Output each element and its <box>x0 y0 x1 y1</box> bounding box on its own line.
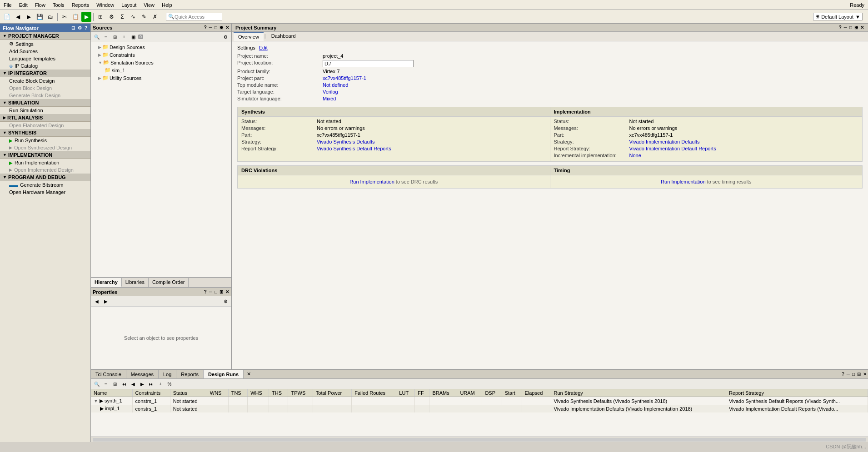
bottom-help-icon[interactable]: ? <box>841 371 845 377</box>
nav-item-open-elaborated[interactable]: Open Elaborated Design <box>0 122 90 129</box>
table-row[interactable]: ▶ impl_1 constrs_1 Not started <box>91 405 868 412</box>
menu-tools[interactable]: Tools <box>49 1 68 9</box>
nav-item-run-simulation[interactable]: Run Simulation <box>0 107 90 114</box>
tree-item-constraints[interactable]: ▶ 📁 Constraints <box>92 51 230 59</box>
col-lut[interactable]: LUT <box>396 389 415 397</box>
flow-nav-help-icon[interactable]: ? <box>84 25 88 31</box>
impl-report-strategy-value[interactable]: Vivado Implementation Default Reports <box>629 146 859 151</box>
dr-last-btn[interactable]: ⏭ <box>147 380 155 388</box>
sources-restore-icon[interactable]: □ <box>214 25 218 30</box>
nav-item-generate-block-design[interactable]: Generate Block Design <box>0 92 90 99</box>
nav-item-settings[interactable]: ⚙ Settings <box>0 40 90 48</box>
row1-expand-icon[interactable]: ▼ <box>94 398 98 403</box>
col-start[interactable]: Start <box>502 389 522 397</box>
sources-close-icon[interactable]: ✕ <box>225 25 229 30</box>
flow-nav-unpin-icon[interactable]: ⊟ <box>71 25 75 31</box>
props-close-icon[interactable]: ✕ <box>225 289 229 295</box>
edit-btn[interactable]: ✎ <box>139 12 149 22</box>
props-minimize-icon[interactable]: ─ <box>209 289 213 295</box>
nav-item-open-hardware[interactable]: Open Hardware Manager <box>0 189 90 196</box>
col-constraints[interactable]: Constraints <box>132 389 170 397</box>
table-row[interactable]: ▼ ▶ synth_1 constrs_1 Not started <box>91 397 868 405</box>
props-forward-btn[interactable]: ▶ <box>102 297 110 305</box>
sources-collapse-all-btn[interactable]: ≡ <box>102 33 110 41</box>
sources-minimize-icon[interactable]: ─ <box>209 25 213 30</box>
ps-run-impl-timing-link[interactable]: Run Implementation <box>661 179 705 184</box>
waveform-btn[interactable]: ∿ <box>128 12 138 22</box>
bottom-maximize-icon[interactable]: ⊞ <box>857 371 861 377</box>
impl-strategy-value[interactable]: Vivado Implementation Defaults <box>629 139 859 144</box>
ps-close-icon[interactable]: ✕ <box>860 25 864 30</box>
bottom-minimize-icon[interactable]: ─ <box>846 371 850 377</box>
ps-target-language-value[interactable]: Verilog <box>323 89 863 94</box>
tab-log[interactable]: Log <box>159 370 176 378</box>
menu-file[interactable]: File <box>0 1 15 9</box>
menu-flow[interactable]: Flow <box>31 1 49 9</box>
sources-expand-all-btn[interactable]: ⊞ <box>111 33 119 41</box>
impl-incremental-value[interactable]: None <box>629 153 859 158</box>
tree-item-design-sources[interactable]: ▶ 📁 Design Sources <box>92 43 230 51</box>
ps-run-impl-drc-link[interactable]: Run Implementation <box>349 179 394 184</box>
props-help-icon[interactable]: ? <box>204 289 207 295</box>
tree-item-utility-sources[interactable]: ▶ 📁 Utility Sources <box>92 74 230 82</box>
dr-expand-btn[interactable]: ⊞ <box>111 380 119 388</box>
ps-top-module-value[interactable]: Not defined <box>323 82 863 88</box>
menu-edit[interactable]: Edit <box>15 1 31 9</box>
nav-section-header-pad[interactable]: ▼ PROGRAM AND DEBUG <box>0 174 90 181</box>
cut-btn[interactable]: ✂ <box>60 12 70 22</box>
settings-btn[interactable]: ⚙ <box>106 12 116 22</box>
synth-strategy-value[interactable]: Vivado Synthesis Defaults <box>317 139 546 144</box>
ps-project-part-value[interactable]: xc7vx485tffg1157-1 <box>323 75 863 81</box>
ps-restore-icon[interactable]: □ <box>849 25 853 30</box>
ps-help-icon[interactable]: ? <box>838 25 842 30</box>
copy-btn[interactable]: 📋 <box>70 12 80 22</box>
nav-item-open-implemented[interactable]: ▶ Open Implemented Design <box>0 166 90 174</box>
col-wns[interactable]: WNS <box>207 389 228 397</box>
ps-simulator-language-value[interactable]: Mixed <box>323 96 863 101</box>
sum-btn[interactable]: Σ <box>117 12 127 22</box>
layout-btn[interactable]: ⊞ <box>95 12 105 22</box>
nav-section-header-ipi[interactable]: ▼ IP INTEGRATOR <box>0 70 90 77</box>
ps-project-location-input[interactable] <box>323 60 414 67</box>
nav-item-ip-catalog[interactable]: ⊛ IP Catalog <box>0 62 90 70</box>
tree-item-sim-sources[interactable]: ▼ 📂 Simulation Sources <box>92 59 230 66</box>
dr-first-btn[interactable]: ⏮ <box>120 380 128 388</box>
nav-item-create-block-design[interactable]: Create Block Design <box>0 77 90 84</box>
props-maximize-icon[interactable]: ⊞ <box>219 289 224 295</box>
dr-add-btn[interactable]: + <box>156 380 165 388</box>
col-uram[interactable]: URAM <box>457 389 482 397</box>
col-elapsed[interactable]: Elapsed <box>522 389 551 397</box>
tab-libraries[interactable]: Libraries <box>122 278 149 287</box>
tab-tcl-console[interactable]: Tcl Console <box>91 370 126 378</box>
sources-add-btn[interactable]: + <box>120 33 128 41</box>
dr-search-btn[interactable]: 🔍 <box>93 380 101 388</box>
tree-item-sim1[interactable]: 📁 sim_1 <box>92 66 230 74</box>
col-name[interactable]: Name <box>91 389 132 397</box>
back-btn[interactable]: ◀ <box>13 12 23 22</box>
nav-section-header-synth[interactable]: ▼ SYNTHESIS <box>0 129 90 137</box>
nav-section-header-sim[interactable]: ▼ SIMULATION <box>0 99 90 107</box>
col-run-strategy[interactable]: Run Strategy <box>551 389 726 397</box>
bottom-restore-icon[interactable]: □ <box>852 371 855 377</box>
tab-compile-order[interactable]: Compile Order <box>149 278 189 287</box>
col-dsp[interactable]: DSP <box>482 389 502 397</box>
col-ff[interactable]: FF <box>415 389 429 397</box>
col-status[interactable]: Status <box>170 389 207 397</box>
col-ths[interactable]: THS <box>269 389 288 397</box>
ps-maximize-icon[interactable]: ⊞ <box>854 25 858 30</box>
menu-layout[interactable]: Layout <box>118 1 140 9</box>
tab-close-btn[interactable]: ✕ <box>244 370 253 378</box>
horizontal-scrollbar[interactable] <box>91 437 868 442</box>
nav-item-run-implementation[interactable]: ▶ Run Implementation <box>0 159 90 166</box>
nav-item-open-block-design[interactable]: Open Block Design <box>0 84 90 92</box>
col-total-power[interactable]: Total Power <box>313 389 351 397</box>
forward-btn[interactable]: ▶ <box>24 12 34 22</box>
dr-percent-btn[interactable]: % <box>165 380 174 388</box>
nav-section-header-rtl[interactable]: ▶ RTL ANALYSIS <box>0 114 90 122</box>
tab-messages[interactable]: Messages <box>126 370 159 378</box>
sources-filter-btn[interactable]: ▣ <box>129 33 137 41</box>
ps-tab-dashboard[interactable]: Dashboard <box>267 32 300 41</box>
props-gear-btn[interactable]: ⚙ <box>221 297 229 305</box>
col-tns[interactable]: TNS <box>228 389 247 397</box>
delete-btn[interactable]: ✗ <box>150 12 160 22</box>
